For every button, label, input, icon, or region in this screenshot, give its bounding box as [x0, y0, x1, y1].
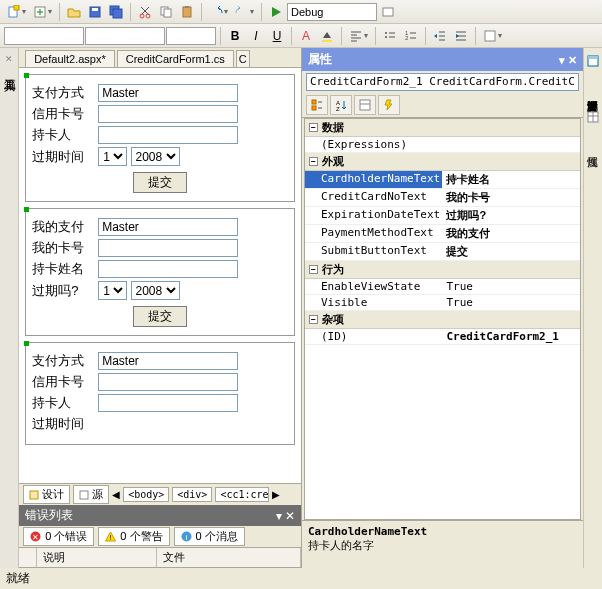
- svg-rect-14: [185, 6, 189, 8]
- input-cardno[interactable]: [98, 373, 238, 391]
- prop-enableviewstate[interactable]: EnableViewStateTrue: [305, 279, 580, 295]
- label-cardno: 信用卡号: [32, 373, 98, 391]
- undo-button[interactable]: ▾: [206, 2, 231, 22]
- prop-paymentmethodtext[interactable]: PaymentMethodText我的支付: [305, 225, 580, 243]
- categorized-button[interactable]: [306, 95, 328, 115]
- select-year[interactable]: 2008: [131, 281, 180, 300]
- run-button[interactable]: [266, 2, 286, 22]
- select-month[interactable]: 1: [98, 147, 127, 166]
- add-item-button[interactable]: ▾: [30, 2, 55, 22]
- svg-rect-37: [80, 491, 88, 499]
- class-dropdown[interactable]: [85, 27, 165, 45]
- paste-button[interactable]: [177, 2, 197, 22]
- label-cardno: 信用卡号: [32, 105, 98, 123]
- input-method[interactable]: [98, 352, 238, 370]
- right-rail: 解决方案资源管理器 属性: [583, 48, 602, 568]
- indent-button[interactable]: [451, 26, 471, 46]
- submit-button[interactable]: 提交: [133, 306, 187, 327]
- breadcrumb-body[interactable]: <body>: [123, 487, 169, 502]
- backcolor-button[interactable]: [317, 26, 337, 46]
- input-cardno[interactable]: [98, 239, 238, 257]
- redo-button[interactable]: ▾: [232, 2, 257, 22]
- error-list-options-icon[interactable]: ▾ ✕: [276, 509, 295, 523]
- object-selector[interactable]: CreditCardForm2_1 CreditCardForm.CreditC: [302, 71, 583, 93]
- breadcrumb-div[interactable]: <div>: [172, 487, 212, 502]
- copy-button[interactable]: [156, 2, 176, 22]
- cat-behavior[interactable]: −行为: [305, 261, 580, 279]
- warnings-tab[interactable]: !0 个警告: [98, 527, 169, 546]
- panel-dropdown-icon[interactable]: ▾: [559, 54, 565, 66]
- tab-creditcardform1[interactable]: CreditCardForm1.cs: [117, 50, 234, 67]
- save-all-button[interactable]: [106, 2, 126, 22]
- font-dropdown[interactable]: [166, 27, 216, 45]
- select-month[interactable]: 1: [98, 281, 127, 300]
- input-holder[interactable]: [98, 394, 238, 412]
- breadcrumb-cc1[interactable]: <cc1:cre: [215, 487, 269, 502]
- cat-data[interactable]: −数据: [305, 119, 580, 137]
- tab-default2[interactable]: Default2.aspx*: [25, 50, 115, 67]
- svg-rect-1: [14, 5, 19, 10]
- alphabetical-button[interactable]: AZ: [330, 95, 352, 115]
- prop-expressions[interactable]: (Expressions): [305, 137, 580, 153]
- design-mode-button[interactable]: 设计: [23, 485, 70, 504]
- bullets-button[interactable]: [380, 26, 400, 46]
- save-button[interactable]: [85, 2, 105, 22]
- input-method[interactable]: [98, 84, 238, 102]
- credit-card-form-1[interactable]: 支付方式 信用卡号 持卡人 过期时间 1 2008 提交: [25, 74, 295, 202]
- numbering-button[interactable]: 12: [401, 26, 421, 46]
- outdent-button[interactable]: [430, 26, 450, 46]
- style-button[interactable]: ▾: [480, 26, 505, 46]
- prop-expirationdatetext[interactable]: ExpirationDateText过期吗?: [305, 207, 580, 225]
- align-left-button[interactable]: ▾: [346, 26, 371, 46]
- credit-card-form-3[interactable]: 支付方式 信用卡号 持卡人 过期时间: [25, 342, 295, 445]
- messages-tab[interactable]: i0 个消息: [174, 527, 245, 546]
- events-button[interactable]: [378, 95, 400, 115]
- prop-visible[interactable]: VisibleTrue: [305, 295, 580, 311]
- prop-submitbuttontext[interactable]: SubmitButtonText提交: [305, 243, 580, 261]
- col-description[interactable]: 说明: [37, 548, 157, 567]
- panel-close-icon[interactable]: ✕: [568, 54, 577, 66]
- cat-appearance[interactable]: −外观: [305, 153, 580, 171]
- element-dropdown[interactable]: [4, 27, 84, 45]
- select-year[interactable]: 2008: [131, 147, 180, 166]
- svg-text:!: !: [110, 534, 112, 541]
- open-button[interactable]: [64, 2, 84, 22]
- col-file[interactable]: 文件: [157, 548, 301, 567]
- errors-tab[interactable]: ✕0 个错误: [23, 527, 94, 546]
- input-method[interactable]: [98, 218, 238, 236]
- submit-button[interactable]: 提交: [133, 172, 187, 193]
- crumb-next[interactable]: ▶: [272, 489, 280, 500]
- underline-button[interactable]: U: [267, 26, 287, 46]
- properties-rail-icon[interactable]: [586, 110, 600, 124]
- svg-rect-52: [588, 56, 598, 59]
- prop-cardholdernametext[interactable]: CardholderNameText持卡姓名: [305, 171, 580, 189]
- svg-rect-6: [92, 8, 98, 11]
- bold-button[interactable]: B: [225, 26, 245, 46]
- svg-rect-15: [383, 8, 393, 16]
- forecolor-button[interactable]: A: [296, 26, 316, 46]
- config-dropdown[interactable]: [287, 3, 377, 21]
- properties-button[interactable]: [354, 95, 376, 115]
- input-holder[interactable]: [98, 260, 238, 278]
- design-surface[interactable]: 支付方式 信用卡号 持卡人 过期时间 1 2008 提交 我的支付 我的卡号 持…: [19, 68, 301, 483]
- svg-text:Z: Z: [336, 106, 340, 111]
- svg-text:2: 2: [405, 35, 409, 41]
- cat-misc[interactable]: −杂项: [305, 311, 580, 329]
- property-grid[interactable]: −数据 (Expressions) −外观 CardholderNameText…: [304, 118, 581, 520]
- tab-overflow[interactable]: C: [236, 50, 250, 67]
- find-button[interactable]: [378, 2, 398, 22]
- prop-creditcardnotext[interactable]: CreditCardNoText我的卡号: [305, 189, 580, 207]
- source-mode-button[interactable]: 源: [73, 485, 109, 504]
- input-cardno[interactable]: [98, 105, 238, 123]
- svg-text:i: i: [185, 533, 187, 542]
- solution-explorer-icon[interactable]: [586, 54, 600, 68]
- input-holder[interactable]: [98, 126, 238, 144]
- prop-id[interactable]: (ID)CreditCardForm2_1: [305, 329, 580, 345]
- italic-button[interactable]: I: [246, 26, 266, 46]
- crumb-prev[interactable]: ◀: [112, 489, 120, 500]
- toolbox-grip-icon[interactable]: ✕: [5, 54, 13, 64]
- cut-button[interactable]: [135, 2, 155, 22]
- svg-point-21: [385, 32, 387, 34]
- credit-card-form-2[interactable]: 我的支付 我的卡号 持卡姓名 过期吗? 1 2008 提交: [25, 208, 295, 336]
- new-item-button[interactable]: ▾: [4, 2, 29, 22]
